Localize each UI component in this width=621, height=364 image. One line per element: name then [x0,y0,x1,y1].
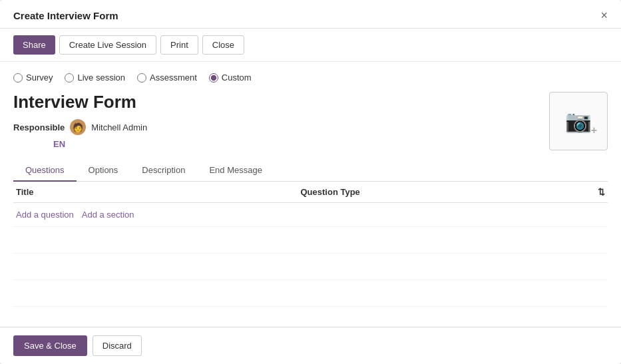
table-actions-row: Add a question Add a section [13,203,608,227]
responsible-label: Responsible [13,122,65,132]
form-main-row: Interview Form Responsible 🧑 Mitchell Ad… [13,92,608,150]
radio-custom-label: Custom [222,73,252,83]
form-title: Interview Form [13,92,549,112]
print-button[interactable]: Print [160,35,198,55]
radio-assessment[interactable]: Assessment [137,73,197,83]
add-question-button[interactable]: Add a question [16,210,74,220]
tab-options[interactable]: Options [77,160,130,182]
radio-assessment-label: Assessment [150,73,197,83]
radio-survey-label: Survey [26,73,53,83]
table-header-row: Title Question Type ⇅ [13,182,608,203]
photo-upload-box[interactable]: 📷 + [549,92,608,150]
radio-custom-input[interactable] [209,73,218,83]
questions-table: Title Question Type ⇅ Add a question Add… [13,182,608,316]
sort-icon: ⇅ [585,187,605,197]
radio-live-session-input[interactable] [65,73,74,83]
save-close-button[interactable]: Save & Close [13,335,87,356]
close-button[interactable]: Close [202,35,244,55]
create-live-session-button[interactable]: Create Live Session [59,35,156,55]
form-type-radio-group: Survey Live session Assessment Custom [13,73,608,83]
form-body: Survey Live session Assessment Custom In… [0,62,621,327]
modal-footer: Save & Close Discard [0,327,621,364]
empty-row-2 [13,254,608,280]
radio-survey-input[interactable] [13,73,23,83]
col-question-type-header: Question Type [301,187,586,197]
radio-assessment-input[interactable] [137,73,146,83]
toolbar: Share Create Live Session Print Close [0,29,621,62]
empty-table-rows [13,227,608,307]
form-left-section: Interview Form Responsible 🧑 Mitchell Ad… [13,92,549,149]
modal-header: Create Interview Form × [0,0,621,29]
responsible-name: Mitchell Admin [91,122,147,132]
col-title-header: Title [16,187,301,197]
modal-title: Create Interview Form [13,10,118,21]
radio-live-session[interactable]: Live session [65,73,125,83]
empty-row-3 [13,280,608,307]
language-badge[interactable]: EN [53,139,549,149]
empty-row-1 [13,227,608,254]
camera-icon: 📷 + [565,108,592,134]
create-interview-form-modal: Create Interview Form × Share Create Liv… [0,0,621,364]
share-button[interactable]: Share [13,35,55,55]
radio-live-session-label: Live session [77,73,125,83]
responsible-row: Responsible 🧑 Mitchell Admin [13,119,549,135]
tab-end-message[interactable]: End Message [197,160,274,182]
add-section-button[interactable]: Add a section [82,210,134,220]
tab-questions[interactable]: Questions [13,160,77,182]
radio-survey[interactable]: Survey [13,73,53,83]
radio-custom[interactable]: Custom [209,73,252,83]
avatar: 🧑 [70,119,86,135]
close-icon[interactable]: × [600,9,608,21]
tab-description[interactable]: Description [130,160,197,182]
form-tabs: Questions Options Description End Messag… [13,160,608,182]
discard-button[interactable]: Discard [93,335,142,356]
